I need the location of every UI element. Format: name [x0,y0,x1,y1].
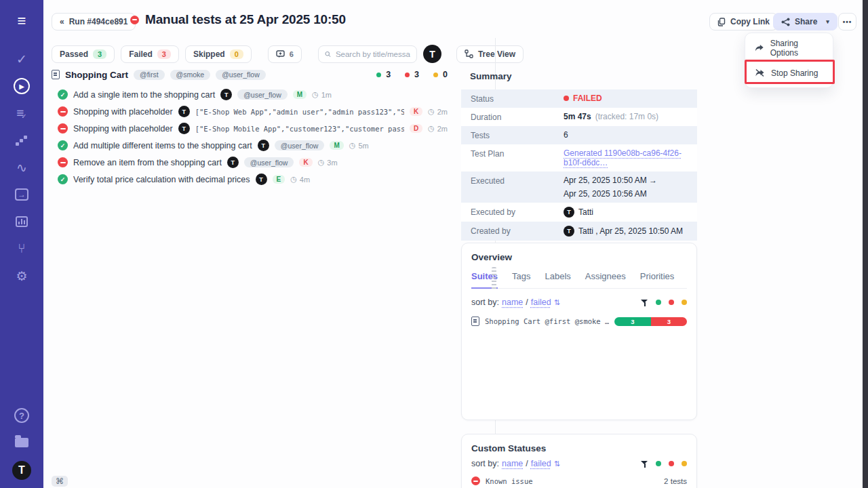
status-value: FAILED [573,94,602,103]
suite-result-row[interactable]: Shopping Cart @first @smoke … 3 3 [471,317,687,326]
suite-header[interactable]: Shopping Cart @first @smoke @user_flow 3… [52,66,448,83]
duration: ◷2m [428,124,448,133]
passed-filter-dot[interactable] [656,461,661,466]
run-id-label: Run #494ce891 [69,17,128,26]
summary-title: Summary [470,71,512,81]
share-button[interactable]: Share ▾ [773,13,837,30]
clock-icon: ◷ [312,90,319,99]
menu-item-label: Stop Sharing [771,68,818,78]
sort-by-label: sort by: [471,298,499,307]
sort-separator: / [526,298,528,307]
tab-labels[interactable]: Labels [545,271,570,288]
tab-tags[interactable]: Tags [512,271,530,288]
row-label: Status [471,94,564,104]
box-arrow-icon: → [15,188,28,201]
ellipsis-icon: ••• [843,18,852,26]
checks-nav-icon[interactable]: ✓ [8,47,35,70]
sort-by-name-link[interactable]: name [502,298,523,307]
tab-assignees[interactable]: Assignees [585,271,626,288]
tracked-duration: (tracked: 17m 0s) [595,112,658,121]
test-tag[interactable]: @user_flow [237,89,288,100]
filter-funnel-icon[interactable] [641,299,648,306]
failed-filter-dot[interactable] [669,461,674,466]
test-title: Add a single item to the shopping cart [73,90,215,100]
assignee-avatar[interactable]: T [423,45,441,63]
sort-direction-icon[interactable]: ⇅ [554,460,560,468]
suite-bar-label: Shopping Cart @first @smoke … [485,317,609,325]
help-icon[interactable]: ? [8,404,35,427]
assignee-avatar: T [258,140,269,151]
test-title: Shopping with placeholder [73,107,173,117]
tab-priorities[interactable]: Priorities [640,271,675,288]
test-row[interactable]: Shopping with placeholder T ["E-Shop Mob… [52,120,448,137]
pulse-nav-icon[interactable]: ∿ [8,156,35,179]
sort-by-failed-link[interactable]: failed [531,298,551,307]
custom-statuses-card: Custom Statuses sort by: name / failed ⇅ [461,434,697,488]
duration: ◷4m [290,175,310,184]
comments-filter-button[interactable]: 6 [268,45,302,63]
summary-row-executed: Executed Apr 25, 2025 10:50 AM →Apr 25, … [461,171,697,203]
status-filter-icons [641,460,687,468]
filter-failed-button[interactable]: Failed 3 [121,45,179,63]
test-list-nav-icon[interactable]: ≡✓ [8,102,35,125]
summary-row-created-by: Created by TTatti , Apr 25, 2025 10:50 A… [461,222,697,241]
assignee-avatar: T [227,157,239,168]
bar-chart-icon [16,216,28,227]
test-row[interactable]: Verify total price calculation with deci… [52,171,448,188]
settings-nav-icon[interactable]: ⚙ [8,264,35,287]
sort-by-failed-link[interactable]: failed [531,459,551,468]
hamburger-menu-icon[interactable]: ≡ [8,9,35,33]
chevron-down-icon[interactable]: ▾ [826,18,829,25]
search-input[interactable] [336,50,410,58]
row-label: Tests [471,130,564,140]
panel-resize-handle[interactable] [492,267,496,290]
test-data-snippet: ["E-Shop Web App","admin_user","admin_pa… [195,108,404,116]
test-tag[interactable]: @user_flow [275,140,325,150]
known-issue-icon [471,476,480,485]
suite-tag[interactable]: @first [134,70,165,80]
test-data-snippet: ["E-Shop Mobile App","customer123","cust… [195,125,404,133]
branches-nav-icon[interactable]: ⑂ [8,237,35,260]
overview-tabs: Suites Tags Labels Assignees Priorities [471,271,687,289]
sort-direction-icon[interactable]: ⇅ [554,298,560,307]
custom-status-row[interactable]: Known issue 2 tests [471,476,687,485]
executed-end: Apr 25, 2025 10:56 AM [564,189,697,199]
more-actions-button[interactable]: ••• [838,13,856,30]
brand-logo-avatar[interactable]: T [12,461,31,480]
menu-item-stop-sharing[interactable]: Stop Sharing [745,60,833,85]
steps-nav-icon[interactable] [8,129,35,152]
menu-item-sharing-options[interactable]: Sharing Options [745,35,833,60]
sort-by-name-link[interactable]: name [502,459,523,468]
test-tag[interactable]: @user_flow [244,157,294,167]
filter-passed-button[interactable]: Passed 3 [52,45,115,63]
test-row[interactable]: Add multiple different items to the shop… [52,137,448,154]
test-plan-link[interactable]: Generated 1190e08b-ca96-4f26-b10f-d6dc… [564,148,697,167]
failed-minus-icon [58,123,68,134]
sort-row: sort by: name / failed ⇅ [471,298,687,307]
command-shortcut-button[interactable]: ⌘ [52,476,68,487]
passed-filter-dot[interactable] [656,300,661,305]
runs-nav-icon[interactable]: ▶ [8,75,35,98]
failed-filter-dot[interactable] [669,300,674,305]
suite-name: Shopping Cart [65,70,128,80]
suite-tag[interactable]: @user_flow [216,70,266,80]
passed-label: Passed [60,49,88,59]
skipped-filter-dot[interactable] [682,300,687,305]
import-nav-icon[interactable]: → [8,183,35,206]
back-to-run-button[interactable]: « Run #494ce891 [52,13,136,30]
suite-tag[interactable]: @smoke [170,70,211,80]
failed-dot-icon [405,73,410,77]
comment-plus-icon [276,50,285,58]
row-label: Test Plan [471,148,564,159]
filter-skipped-button[interactable]: Skipped 0 [185,45,252,63]
analytics-nav-icon[interactable] [8,210,35,233]
skipped-filter-dot[interactable] [682,461,687,466]
filter-funnel-icon[interactable] [641,460,648,468]
projects-folder-icon[interactable] [8,431,35,454]
user-avatar: T [564,226,574,237]
row-label: Created by [471,226,564,236]
test-row[interactable]: Add a single item to the shopping cart T… [52,86,448,103]
sort-separator: / [526,459,528,468]
test-row[interactable]: Remove an item from the shopping cart T … [52,154,448,171]
test-row[interactable]: Shopping with placeholder T ["E-Shop Web… [52,103,448,120]
